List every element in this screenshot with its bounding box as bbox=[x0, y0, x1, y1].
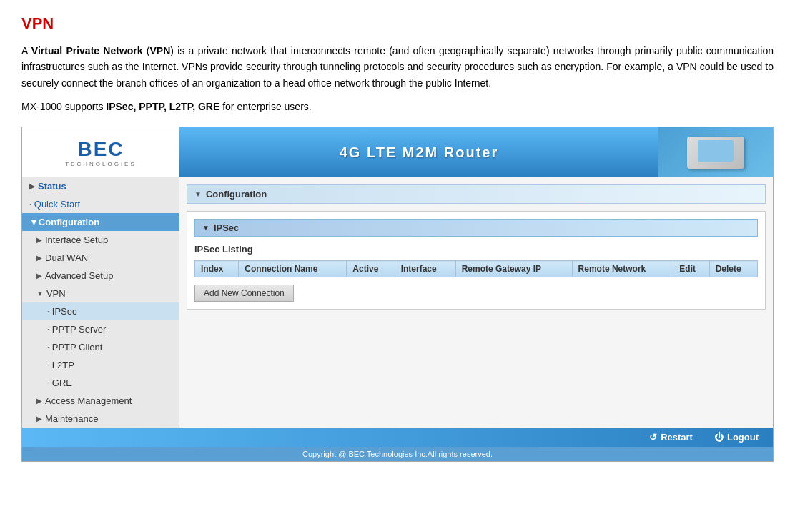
config-triangle-icon: ▼ bbox=[194, 190, 202, 198]
desc-paren-open: ( bbox=[143, 45, 150, 56]
ipsec-section-header: ▼ IPSec bbox=[194, 219, 758, 237]
desc-text-a: A bbox=[21, 45, 31, 56]
dot-icon-pptp-server: · bbox=[47, 325, 49, 333]
sidebar-label-ipsec: IPSec bbox=[52, 306, 77, 317]
sidebar-label-configuration: ▼Configuration bbox=[29, 217, 99, 227]
device-shape bbox=[687, 137, 744, 169]
dot-icon-pptp-client: · bbox=[47, 343, 49, 351]
arrow-icon-vpn: ▼ bbox=[36, 290, 44, 297]
sidebar-item-ipsec[interactable]: · IPSec bbox=[22, 302, 179, 320]
col-index: Index bbox=[195, 261, 239, 277]
sidebar-item-advanced-setup[interactable]: ▶ Advanced Setup bbox=[22, 267, 179, 285]
dot-icon: · bbox=[29, 200, 31, 208]
sidebar-label-pptp-server: PPTP Server bbox=[52, 324, 107, 335]
ipsec-section-label: IPSec bbox=[214, 222, 239, 233]
sidebar-item-pptp-server[interactable]: · PPTP Server bbox=[22, 320, 179, 338]
logout-label: Logout bbox=[727, 432, 759, 443]
sidebar-label-vpn: VPN bbox=[46, 288, 66, 299]
supports-text-b: for enterprise users. bbox=[219, 101, 311, 112]
ipsec-triangle-icon: ▼ bbox=[202, 224, 209, 232]
sidebar-item-l2tp[interactable]: · L2TP bbox=[22, 356, 179, 374]
sidebar-label-pptp-client: PPTP Client bbox=[52, 342, 103, 353]
bec-logo: BEC TECHNOLOGIES bbox=[65, 138, 137, 167]
config-panel: ▼ IPSec IPSec Listing Index Connection N… bbox=[187, 211, 766, 310]
supports-protocols: IPSec, PPTP, L2TP, GRE bbox=[106, 101, 219, 112]
page-title: VPN bbox=[21, 14, 774, 33]
col-delete: Delete bbox=[709, 261, 757, 277]
col-active: Active bbox=[347, 261, 395, 277]
col-remote-network: Remote Network bbox=[572, 261, 673, 277]
sidebar-item-maintenance[interactable]: ▶ Maintenance bbox=[22, 410, 179, 428]
page-content: VPN A Virtual Private Network (VPN) is a… bbox=[0, 0, 795, 469]
sidebar-item-pptp-client[interactable]: · PPTP Client bbox=[22, 338, 179, 356]
col-edit: Edit bbox=[673, 261, 709, 277]
sidebar-label-maintenance: Maintenance bbox=[45, 413, 98, 424]
router-frame: BEC TECHNOLOGIES 4G LTE M2M Router ▶ Sta… bbox=[21, 127, 774, 462]
col-interface: Interface bbox=[395, 261, 455, 277]
dot-icon-gre: · bbox=[47, 379, 49, 387]
main-content: ▼ Configuration ▼ IPSec IPSec Listing In… bbox=[179, 177, 773, 428]
device-screen bbox=[698, 140, 734, 162]
bec-logo-text: BEC bbox=[65, 138, 137, 161]
config-header: ▼ Configuration bbox=[187, 184, 766, 204]
sidebar-label-gre: GRE bbox=[52, 378, 72, 388]
col-remote-gateway-ip: Remote Gateway IP bbox=[455, 261, 572, 277]
logout-button[interactable]: ⏻ Logout bbox=[714, 432, 759, 443]
router-footer: ↺ Restart ⏻ Logout bbox=[22, 428, 773, 447]
sidebar-label-status: Status bbox=[38, 181, 66, 192]
logout-icon: ⏻ bbox=[714, 432, 724, 443]
bec-logo-sub: TECHNOLOGIES bbox=[65, 161, 137, 167]
arrow-icon-access: ▶ bbox=[36, 397, 42, 405]
vpn-description: A Virtual Private Network (VPN) is a pri… bbox=[21, 43, 774, 91]
dot-icon-l2tp: · bbox=[47, 361, 49, 369]
sidebar-label-l2tp: L2TP bbox=[52, 360, 74, 370]
sidebar: ▶ Status · Quick Start ▼Configuration ▶ … bbox=[22, 177, 179, 428]
table-header-row: Index Connection Name Active Interface R… bbox=[195, 261, 758, 277]
sidebar-label-interface-setup: Interface Setup bbox=[45, 235, 108, 245]
col-connection-name: Connection Name bbox=[239, 261, 347, 277]
sidebar-section-configuration[interactable]: ▼Configuration bbox=[22, 213, 179, 231]
router-image bbox=[673, 133, 759, 172]
restart-icon: ↺ bbox=[649, 432, 657, 443]
router-header: BEC TECHNOLOGIES 4G LTE M2M Router bbox=[22, 127, 773, 177]
router-title: 4G LTE M2M Router bbox=[179, 144, 658, 161]
sidebar-item-gre[interactable]: · GRE bbox=[22, 374, 179, 392]
arrow-icon-dualwan: ▶ bbox=[36, 254, 42, 262]
router-body: ▶ Status · Quick Start ▼Configuration ▶ … bbox=[22, 177, 773, 428]
sidebar-item-access-management[interactable]: ▶ Access Management bbox=[22, 392, 179, 410]
restart-label: Restart bbox=[661, 432, 693, 443]
sidebar-label-dual-wan: Dual WAN bbox=[45, 252, 88, 263]
arrow-icon-advanced: ▶ bbox=[36, 272, 42, 280]
dot-icon-ipsec: · bbox=[47, 307, 49, 315]
vpn-supports: MX-1000 supports IPSec, PPTP, L2TP, GRE … bbox=[21, 101, 774, 112]
sidebar-item-vpn[interactable]: ▼ VPN bbox=[22, 285, 179, 302]
copyright-bar: Copyright @ BEC Technologies Inc.All rig… bbox=[22, 447, 773, 461]
restart-button[interactable]: ↺ Restart bbox=[649, 432, 693, 443]
arrow-icon-maintenance: ▶ bbox=[36, 415, 42, 423]
router-logo-area: BEC TECHNOLOGIES bbox=[22, 127, 179, 177]
sidebar-item-dual-wan[interactable]: ▶ Dual WAN bbox=[22, 249, 179, 267]
supports-text-a: MX-1000 supports bbox=[21, 101, 106, 112]
sidebar-label-access-management: Access Management bbox=[45, 395, 132, 406]
sidebar-item-interface-setup[interactable]: ▶ Interface Setup bbox=[22, 231, 179, 249]
ipsec-listing-label: IPSec Listing bbox=[194, 244, 758, 255]
arrow-icon: ▶ bbox=[29, 182, 35, 190]
ipsec-table: Index Connection Name Active Interface R… bbox=[194, 260, 758, 277]
bold-vpn-abbr: VPN bbox=[150, 45, 171, 56]
arrow-icon-interface: ▶ bbox=[36, 236, 42, 244]
sidebar-item-status[interactable]: ▶ Status bbox=[22, 177, 179, 195]
bold-vpn-full: Virtual Private Network bbox=[31, 45, 143, 56]
sidebar-label-advanced-setup: Advanced Setup bbox=[45, 270, 113, 281]
copyright-text: Copyright @ BEC Technologies Inc.All rig… bbox=[302, 450, 493, 458]
add-new-connection-button[interactable]: Add New Connection bbox=[194, 285, 294, 302]
config-header-label: Configuration bbox=[206, 189, 267, 200]
sidebar-item-quickstart[interactable]: · Quick Start bbox=[22, 195, 179, 213]
router-image-area bbox=[658, 127, 773, 177]
sidebar-label-quickstart: Quick Start bbox=[34, 199, 80, 210]
